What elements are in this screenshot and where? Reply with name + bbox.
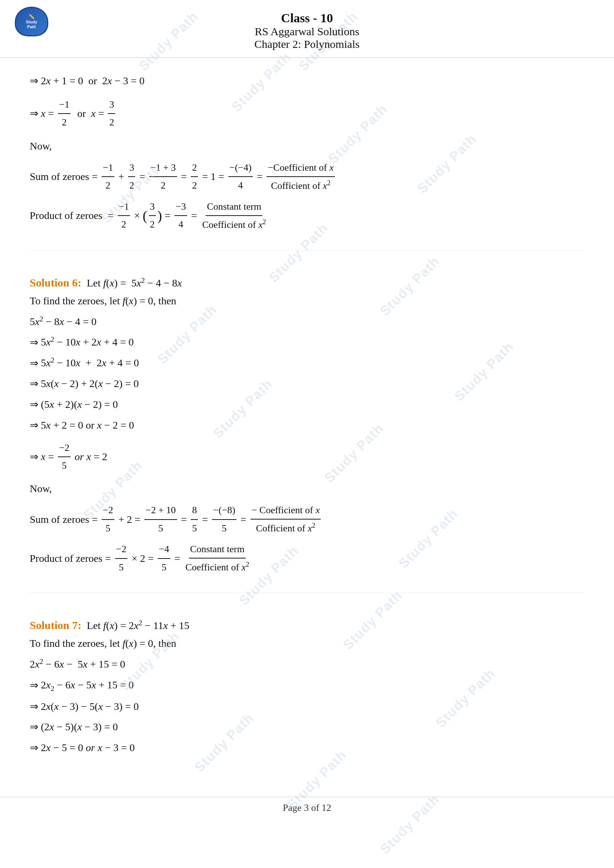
line-x-values-1: ⇒ x = −1 2 or x = 3 2 xyxy=(30,96,584,131)
page-header: ✏️ Study Path Class - 10 RS Aggarwal Sol… xyxy=(0,0,614,58)
frac-prod-1c: −3 4 xyxy=(174,198,187,232)
logo-circle: ✏️ Study Path xyxy=(15,7,48,36)
expr-2x1: 2x + 1 = 0 or 2x − 3 = 0 xyxy=(41,72,144,90)
frac-prod-1b: 3 2 xyxy=(149,198,156,232)
arrow-sol7-1: ⇒ xyxy=(30,676,41,694)
frac-sol6-sum-b: −2 + 10 5 xyxy=(144,502,177,536)
eq-6: = xyxy=(189,207,200,225)
sol7-line1: To find the zeroes, let f(x) = 0, then xyxy=(30,635,584,653)
solution-6-label: Solution 6: xyxy=(30,276,81,289)
sol7-eq4: (2x − 5)(x − 3) = 0 xyxy=(41,718,118,736)
sol6-line7: ⇒ 5x + 2 = 0 or x − 2 = 0 xyxy=(30,416,584,434)
frac-sol6-sum-c: 8 5 xyxy=(191,502,198,536)
times-1: × xyxy=(132,207,143,225)
solution-7-header: Solution 7: Let f(x) = 2x2 − 11x + 15 xyxy=(30,619,584,632)
arrow-sol6-3: ⇒ xyxy=(30,375,41,393)
sol7-line2: 2x2 − 6x − 5x + 15 = 0 xyxy=(30,656,584,673)
x-eq: x = xyxy=(41,105,56,122)
line-now-1: Now, xyxy=(30,137,584,155)
frac-sol6-prod-a: −2 5 xyxy=(115,541,128,575)
frac-coeff-1: −Coefficient of x Cofficient of x2 xyxy=(267,160,335,194)
sol6-product-zeroes: Product of zeroes = −2 5 × 2 = −4 5 = Co… xyxy=(30,541,584,575)
sol6-line6: ⇒ (5x + 2)(x − 2) = 0 xyxy=(30,395,584,414)
header-chapter: Chapter 2: Polynomials xyxy=(0,38,614,50)
line-product-zeroes-1: Product of zeroes = −1 2 × ( 3 2 ) = −3 … xyxy=(30,198,584,233)
logo-text-2: Path xyxy=(27,25,36,29)
frac-sol6-sum-a: −2 5 xyxy=(102,502,114,536)
solution-6-block: Solution 6: Let f(x) = 5x2 − 4 − 8x To f… xyxy=(30,276,584,576)
arrow-sol7-2: ⇒ xyxy=(30,698,41,716)
sol7-line6: ⇒ 2x − 5 = 0 or x − 3 = 0 xyxy=(30,739,584,757)
frac-neg1-2: −1 2 xyxy=(58,96,71,131)
solution-6-header: Solution 6: Let f(x) = 5x2 − 4 − 8x xyxy=(30,276,584,289)
logo-text-1: Study xyxy=(26,20,37,25)
sol7-eq3: 2x(x − 3) − 5(x − 3) = 0 xyxy=(41,698,139,716)
frac-const-sol6: Constant term Coefficient of x2 xyxy=(184,541,250,575)
plus-sol6: + 2 = xyxy=(116,511,143,529)
eq-sol6-4: = xyxy=(172,550,183,567)
logo: ✏️ Study Path xyxy=(15,7,52,36)
header-class: Class - 10 xyxy=(0,11,614,25)
arrow-sol7-4: ⇒ xyxy=(30,739,41,757)
frac-sum-1e: −(−4) 4 xyxy=(228,160,253,194)
sol7-eq5: 2x − 5 = 0 or x − 3 = 0 xyxy=(41,739,135,757)
sol6-eq3: 5x2 − 10x + 2x + 4 = 0 xyxy=(41,354,139,372)
page-footer: Page 3 of 12 xyxy=(0,797,614,814)
frac-sum-1b: 3 2 xyxy=(128,160,135,194)
frac-prod-1a: −1 2 xyxy=(118,198,130,232)
now-text-2: Now, xyxy=(30,480,52,498)
sol7-eq1: 2x2 − 6x − 5x + 15 = 0 xyxy=(30,656,125,673)
arrow-sol6-1: ⇒ xyxy=(30,333,41,352)
solution-7-label: Solution 7: xyxy=(30,619,81,631)
page-number: Page 3 of 12 xyxy=(283,802,332,813)
eq-sol6-1: = xyxy=(178,511,190,529)
solution-7-intro: Let f(x) = 2x2 − 11x + 15 xyxy=(84,620,189,631)
x-eq-sol6: x = xyxy=(41,448,56,466)
eq-4: = xyxy=(254,168,265,186)
times-sol6: × 2 = xyxy=(129,550,156,567)
sol6-line4: ⇒ 5x2 − 10x + 2x + 4 = 0 xyxy=(30,354,584,372)
frac-sol6-prod-b: −4 5 xyxy=(158,541,171,575)
product-label-2: Product of zeroes = xyxy=(30,550,113,567)
frac-neg2-5: −2 5 xyxy=(58,440,71,474)
product-label-1: Product of zeroes = xyxy=(30,207,116,225)
arrow-sol6-2: ⇒ xyxy=(30,354,41,372)
or-1: or x = xyxy=(72,105,107,122)
frac-const-1: Constant term Coefficient of x2 xyxy=(201,198,267,233)
now-text-1: Now, xyxy=(30,137,52,155)
main-content: ⇒ 2x + 1 = 0 or 2x − 3 = 0 ⇒ x = −1 2 or… xyxy=(0,58,614,782)
sol6-eq2: 5x2 − 10x + 2x + 4 = 0 xyxy=(41,333,133,351)
arrow-1: ⇒ xyxy=(30,72,41,90)
frac-3-2: 3 2 xyxy=(108,96,115,131)
sol6-line1: To find the zeroes, let f(x) = 0, then xyxy=(30,292,584,310)
frac-sum-1a: −1 2 xyxy=(102,160,114,194)
sol6-eq4: 5x(x − 2) + 2(x − 2) = 0 xyxy=(41,375,139,393)
sol6-sum-zeroes: Sum of zeroes = −2 5 + 2 = −2 + 10 5 = 8… xyxy=(30,502,584,536)
arrow-2: ⇒ xyxy=(30,105,41,122)
sol6-eq1: 5x2 − 8x − 4 = 0 xyxy=(30,313,96,331)
sol6-eq5: (5x + 2)(x − 2) = 0 xyxy=(41,395,118,414)
sol7-text1: To find the zeroes, let f(x) = 0, then xyxy=(30,635,176,653)
eq-sol6-2: = xyxy=(199,511,211,529)
eq-sol6-3: = xyxy=(238,511,249,529)
sol6-eq6: 5x + 2 = 0 or x − 2 = 0 xyxy=(41,416,134,434)
sol7-line3: ⇒ 2x2 − 6x − 5x + 15 = 0 xyxy=(30,676,584,695)
sol6-line3: ⇒ 5x2 − 10x + 2x + 4 = 0 xyxy=(30,333,584,351)
sol6-x-values: ⇒ x = −2 5 or x = 2 xyxy=(30,440,584,474)
arrow-sol6-5: ⇒ xyxy=(30,416,41,434)
sum-label-2: Sum of zeroes = xyxy=(30,511,100,529)
sol7-eq2: 2x2 − 6x − 5x + 15 = 0 xyxy=(41,676,133,695)
eq-3: = 1 = xyxy=(199,168,227,186)
sol6-line2: 5x2 − 8x − 4 = 0 xyxy=(30,313,584,331)
frac-sum-1c: −1 + 3 2 xyxy=(149,160,177,194)
sol7-line5: ⇒ (2x − 5)(x − 3) = 0 xyxy=(30,718,584,736)
pre-content-block: ⇒ 2x + 1 = 0 or 2x − 3 = 0 ⇒ x = −1 2 or… xyxy=(30,72,584,233)
frac-sum-1d: 2 2 xyxy=(191,160,198,194)
eq-2: = xyxy=(178,168,190,186)
solution-6-intro: Let f(x) = 5x2 − 4 − 8x xyxy=(84,277,182,289)
sum-label-1: Sum of zeroes = xyxy=(30,168,100,186)
frac-coeff-sol6: − Coefficient of x Cofficient of x2 xyxy=(251,502,321,536)
sol6-text1: To find the zeroes, let f(x) = 0, then xyxy=(30,292,176,310)
arrow-sol7-3: ⇒ xyxy=(30,718,41,736)
sol6-line5: ⇒ 5x(x − 2) + 2(x − 2) = 0 xyxy=(30,375,584,393)
